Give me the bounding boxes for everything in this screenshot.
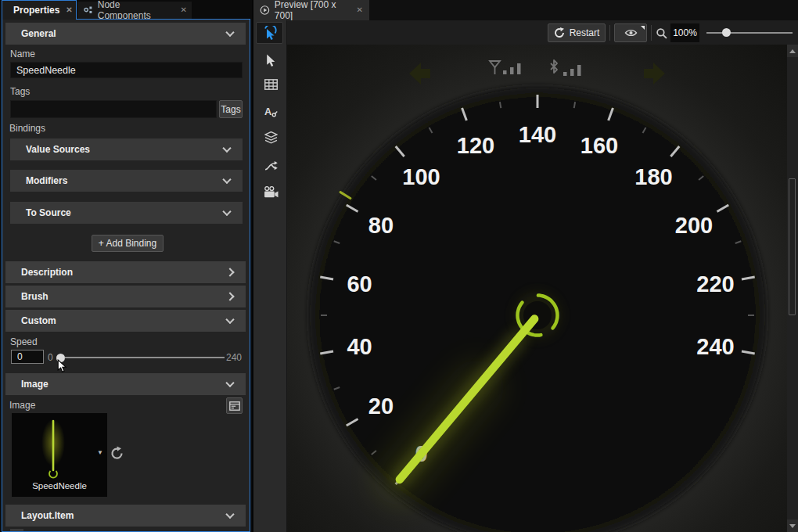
chevron-down-icon [222, 175, 231, 184]
tab-properties[interactable]: Properties ✕ [2, 0, 77, 20]
eye-icon [624, 28, 638, 38]
scrollbar-thumb[interactable] [789, 178, 796, 315]
section-brush[interactable]: Brush [5, 286, 246, 307]
zoom-level-label: 100% [673, 27, 697, 38]
interact-tool[interactable] [256, 22, 283, 44]
name-label: Name [10, 49, 35, 59]
tab-properties-label: Properties [13, 5, 59, 16]
chevron-down-icon [222, 207, 231, 216]
add-binding-button[interactable]: + Add Binding [92, 235, 164, 252]
image-dropdown-icon[interactable]: ▼ [97, 449, 103, 456]
zoom-slider-handle[interactable] [722, 28, 731, 37]
preview-canvas[interactable]: 020406080100120140160180200220240 [287, 45, 787, 532]
preview-scrollbar[interactable] [787, 45, 798, 532]
name-input[interactable] [10, 62, 243, 78]
brush-label: Brush [21, 291, 49, 302]
restart-label: Restart [570, 27, 600, 38]
tags-label: Tags [10, 86, 30, 97]
svg-text:140: 140 [519, 122, 556, 147]
close-icon[interactable]: ✕ [357, 6, 363, 14]
mouse-cursor [57, 359, 67, 374]
form-editor-icon [229, 401, 240, 411]
scroll-down-button[interactable] [787, 519, 798, 532]
needle-image [12, 413, 107, 483]
chevron-down-icon [225, 315, 234, 324]
svg-text:40: 40 [347, 334, 372, 359]
section-layout-item[interactable]: Layout.Item [5, 505, 246, 527]
triangle-up-icon [789, 49, 796, 53]
preview-tab-bar: Preview [700 x 700] ✕ [253, 0, 798, 20]
video-camera-icon [264, 186, 279, 198]
branch-tool[interactable] [262, 156, 279, 174]
to-source-label: To Source [26, 207, 71, 218]
preview-toolbar: Restart 100% [287, 20, 798, 45]
grid-tool[interactable] [262, 76, 279, 93]
layers-tool[interactable] [262, 129, 279, 146]
chevron-down-icon [222, 144, 231, 153]
table-icon [264, 79, 278, 90]
chevron-right-icon [225, 268, 234, 276]
tab-node-components-label: Node Components [98, 0, 174, 21]
branch-arrows-icon [264, 159, 278, 172]
select-cursor-icon [265, 54, 277, 67]
dropdown-corner-icon [641, 26, 645, 30]
zoom-level-value[interactable]: 100% [670, 23, 699, 42]
chevron-down-icon [225, 28, 234, 37]
reset-to-default-icon[interactable] [110, 446, 124, 461]
tab-preview-label: Preview [700 x 700] [275, 0, 350, 21]
properties-panel: General Name Tags Tags Bindings Value So… [2, 19, 250, 532]
scroll-up-button[interactable] [787, 45, 798, 57]
svg-text:240: 240 [696, 334, 734, 359]
kanzi-studio-window: Properties ✕ Node Components ✕ General N… [0, 0, 798, 532]
image-thumbnail[interactable]: SpeedNeedle [12, 413, 107, 497]
close-icon[interactable]: ✕ [66, 6, 72, 14]
speed-slider-track[interactable] [65, 357, 225, 358]
image-properties-button[interactable] [226, 397, 243, 414]
tags-button[interactable]: Tags [219, 100, 243, 118]
camera-tool[interactable] [262, 183, 279, 200]
layout-item-label: Layout.Item [21, 510, 74, 521]
svg-text:180: 180 [634, 164, 672, 189]
svg-text:80: 80 [368, 213, 394, 238]
speed-slider-min-label: 0 [48, 352, 53, 363]
play-circle-icon [260, 5, 270, 16]
section-general[interactable]: General [5, 23, 246, 45]
bindings-label: Bindings [9, 123, 45, 134]
close-icon[interactable]: ✕ [181, 6, 187, 14]
restart-button[interactable]: Restart [548, 23, 606, 42]
svg-text:100: 100 [402, 164, 440, 189]
modifiers-label: Modifiers [26, 175, 67, 186]
section-value-sources[interactable]: Value Sources [10, 138, 243, 160]
toolbar-separator [651, 25, 652, 41]
visibility-button[interactable] [614, 23, 647, 42]
zoom-slider-track[interactable] [706, 32, 793, 34]
speed-value-input[interactable] [11, 350, 44, 364]
restart-icon [554, 27, 565, 38]
layers-icon [264, 131, 278, 144]
svg-text:60: 60 [347, 271, 372, 297]
description-label: Description [21, 267, 73, 278]
preview-tool-strip: A [253, 20, 287, 532]
chevron-down-icon [225, 510, 234, 519]
select-tool[interactable] [262, 52, 279, 69]
tags-input[interactable] [10, 100, 217, 118]
section-description[interactable]: Description [5, 261, 246, 283]
clipped-control [10, 529, 23, 532]
section-custom[interactable]: Custom [5, 310, 246, 332]
tab-preview[interactable]: Preview [700 x 700] ✕ [253, 0, 369, 20]
text-tool[interactable]: A [262, 102, 279, 120]
section-modifiers[interactable]: Modifiers [10, 170, 243, 192]
section-image[interactable]: Image [5, 373, 246, 395]
interact-cursor-icon [263, 26, 277, 40]
svg-text:120: 120 [457, 133, 494, 158]
zoom-magnifier-icon [656, 27, 667, 39]
tab-node-components[interactable]: Node Components ✕ [77, 2, 192, 19]
svg-text:160: 160 [581, 133, 618, 158]
svg-text:200: 200 [675, 213, 713, 238]
chevron-right-icon [225, 292, 234, 300]
section-to-source[interactable]: To Source [10, 202, 243, 224]
toolbar-separator [609, 25, 610, 41]
value-sources-label: Value Sources [26, 144, 90, 155]
speed-label: Speed [10, 336, 38, 347]
speed-slider-max-label: 240 [226, 352, 242, 363]
